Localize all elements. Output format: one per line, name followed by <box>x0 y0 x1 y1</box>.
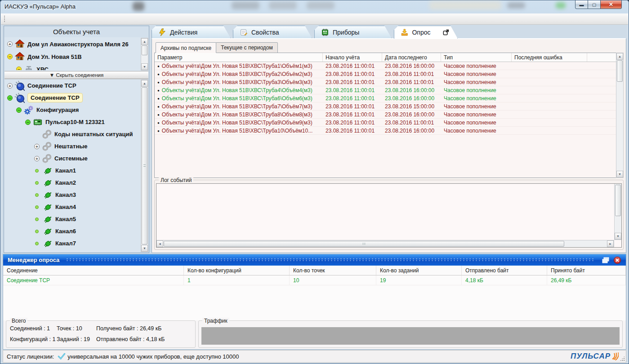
resize-grip[interactable] <box>620 356 625 361</box>
tree-item[interactable]: Канал1 <box>4 164 141 177</box>
tree-expander-icon[interactable] <box>34 144 40 149</box>
task-count: 19 <box>376 275 462 285</box>
table-row[interactable]: Объекты учёта\Дом Ул. Новая 51В\ХВС\Труб… <box>155 86 616 94</box>
tree-expander-icon[interactable] <box>35 169 39 173</box>
col-received-bytes[interactable]: Принято байт <box>547 266 626 275</box>
objects-tree-scrollbar[interactable]: ▲ ▼ <box>141 38 148 71</box>
tab-actions[interactable]: Действия <box>152 26 231 38</box>
scrollbar-thumb[interactable] <box>164 241 564 247</box>
table-row[interactable]: Объекты учёта\Дом Ул. Новая 51В\ХВС\Труб… <box>155 102 616 111</box>
table-row[interactable]: Объекты учёта\Дом Ул. Новая 51В\ХВС\Труб… <box>155 111 616 119</box>
tree-expander-icon[interactable] <box>7 95 13 101</box>
titlebar-blur-decor <box>556 2 566 9</box>
connection-row[interactable]: Соединение TCP 1 10 19 4,18 кБ 26,49 кБ <box>3 275 626 285</box>
table-row[interactable]: Объекты учёта\Дом Ул. Новая 51В\ХВС\Труб… <box>155 70 616 78</box>
scroll-up-icon[interactable]: ▲ <box>141 80 148 87</box>
table-scrollbar[interactable]: ▲ ▼ <box>616 53 624 178</box>
col-start[interactable]: Начало учёта <box>323 53 382 62</box>
tree-expander-icon[interactable] <box>35 218 39 221</box>
external-link-icon[interactable] <box>442 29 450 36</box>
row-start-date: 23.08.2016 11:00:01 <box>323 70 382 78</box>
tree-expander-icon[interactable] <box>16 67 22 70</box>
tree-expander-icon[interactable] <box>35 205 39 209</box>
col-parameter[interactable]: Параметр <box>155 53 323 62</box>
tree-expander-icon[interactable] <box>35 181 39 185</box>
scroll-down-icon[interactable]: ▼ <box>616 171 623 178</box>
scroll-up-icon[interactable]: ▲ <box>141 38 148 45</box>
tree-item[interactable]: Нештатные <box>4 140 141 152</box>
tree-item[interactable]: Канал2 <box>4 177 141 189</box>
subtab-archives[interactable]: Архивы по подписке <box>156 42 216 53</box>
tree-expander-icon[interactable] <box>16 107 22 113</box>
tree-expander-icon[interactable] <box>7 83 13 89</box>
scroll-down-icon[interactable]: ▼ <box>615 233 621 240</box>
col-connection[interactable]: Соединение <box>3 266 184 275</box>
poll-manager-header[interactable]: Менеджер опроса <box>3 254 626 266</box>
scroll-left-icon[interactable]: ◄ <box>156 240 163 247</box>
tab-properties[interactable]: Свойства <box>233 26 312 38</box>
tree-item[interactable]: Соединение TCP <box>4 80 141 92</box>
col-type[interactable]: Тип <box>441 53 512 62</box>
connections-table-header: Соединение Кол-во конфигураций Кол-во то… <box>3 266 626 275</box>
table-row[interactable]: Объекты учёта\Дом Ул. Новая 51В\ХВС\Труб… <box>155 62 616 70</box>
tree-expander-icon[interactable] <box>34 132 40 137</box>
tree-expander-icon[interactable] <box>35 193 39 197</box>
close-button[interactable]: ✕ <box>601 0 622 9</box>
scrollbar-thumb[interactable] <box>615 185 621 216</box>
tree-item[interactable]: Пульсар10-М 123321 <box>4 116 141 128</box>
scroll-down-icon[interactable]: ▼ <box>141 245 148 252</box>
tree-expander-icon[interactable] <box>35 242 39 245</box>
table-row[interactable]: Объекты учёта\Дом Ул. Новая 51В\ХВС\Труб… <box>155 94 616 102</box>
close-panel-icon[interactable] <box>613 256 621 264</box>
log-horizontal-scrollbar[interactable]: ◄ ► <box>156 240 614 248</box>
tree-item[interactable]: Канал3 <box>4 189 141 201</box>
tree-expander-icon[interactable] <box>7 54 13 59</box>
connections-tree-scrollbar[interactable]: ▲ ▼ <box>141 80 148 252</box>
scroll-up-icon[interactable]: ▲ <box>616 53 623 60</box>
row-start-date: 23.08.2016 11:00:01 <box>323 78 382 86</box>
tree-item[interactable]: Соединение TCP <box>4 92 141 104</box>
tree-item[interactable]: Канал6 <box>4 225 141 237</box>
tree-item[interactable]: Канал4 <box>4 201 141 213</box>
tree-item[interactable]: Канал5 <box>4 213 141 225</box>
scroll-right-icon[interactable]: ► <box>607 240 614 247</box>
scrollbar-thumb[interactable] <box>142 45 147 55</box>
log-vertical-scrollbar[interactable]: ▼ <box>614 183 622 240</box>
tree-expander-icon[interactable] <box>35 230 39 233</box>
tree-item[interactable]: Системные <box>4 152 141 164</box>
tree-expander-icon[interactable] <box>25 120 31 125</box>
tree-item[interactable]: Канал7 <box>4 237 141 249</box>
tree-item[interactable]: Дом Ул. Новая 51В <box>4 50 141 63</box>
titlebar-blur-decor <box>232 1 259 9</box>
tree-item[interactable]: ХВС <box>4 63 141 70</box>
scroll-down-icon[interactable]: ▼ <box>141 63 148 70</box>
tree-expander-icon[interactable] <box>34 156 40 161</box>
restore-window-icon[interactable] <box>602 257 610 264</box>
subtab-current[interactable]: Текущие с периодом <box>216 42 278 53</box>
check-icon <box>58 353 66 360</box>
col-config-count[interactable]: Кол-во конфигураций <box>184 266 290 275</box>
table-row[interactable]: Объекты учёта\Дом Ул. Новая 51В\ХВС\Труб… <box>155 119 616 127</box>
table-row[interactable]: Объекты учёта\Дом Ул. Новая 51В\ХВС\Труб… <box>155 78 616 86</box>
scrollbar-thumb[interactable] <box>617 60 623 82</box>
tree-item[interactable]: Дом ул Авиаконструктора Миля 26 <box>4 38 141 50</box>
tree-item[interactable]: Коды нештатных ситуаций <box>4 128 141 140</box>
col-task-count[interactable]: Кол-во заданий <box>376 266 462 275</box>
tree-expander-icon[interactable] <box>7 41 13 47</box>
col-error[interactable]: Последняя ошибка <box>512 53 587 62</box>
col-point-count[interactable]: Кол-во точек <box>290 266 376 275</box>
scrollbar-thumb[interactable] <box>142 87 147 244</box>
col-last[interactable]: Дата последнего <box>382 53 441 62</box>
minimize-button[interactable]: ▬ <box>575 0 588 9</box>
tab-devices[interactable]: Приборы <box>314 26 392 38</box>
gears-icon <box>23 105 34 115</box>
tab-poll[interactable]: Опрос <box>394 26 458 39</box>
row-start-date: 23.08.2016 11:00:01 <box>323 102 382 110</box>
tree-item[interactable]: Канал8 <box>4 249 141 252</box>
table-row[interactable]: Объекты учёта\Дом Ул. Новая 51В\ХВС\Труб… <box>155 127 616 135</box>
hide-connections-button[interactable]: ▼ Скрыть соединения <box>4 71 148 79</box>
tree-item[interactable]: Конфигурация <box>4 104 141 116</box>
plug-blue-icon <box>14 80 25 91</box>
col-sent-bytes[interactable]: Отправлено байт <box>462 266 547 275</box>
maximize-button[interactable]: ▢ <box>588 0 601 9</box>
